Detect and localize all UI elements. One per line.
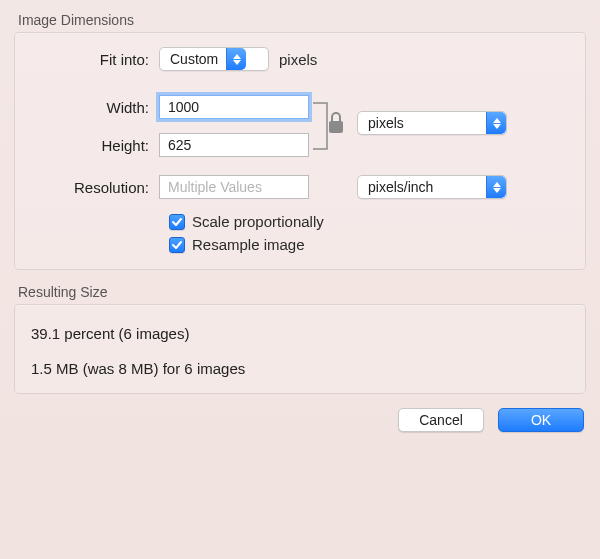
- fit-into-label: Fit into:: [29, 51, 159, 68]
- section-title-image-dimensions: Image Dimensions: [18, 12, 586, 28]
- height-label: Height:: [29, 137, 159, 154]
- aspect-lock[interactable]: [309, 93, 351, 157]
- dialog-footer: Cancel OK: [14, 394, 586, 432]
- size-unit-popup[interactable]: pixels: [357, 111, 507, 135]
- fit-into-selected: Custom: [160, 51, 226, 67]
- fit-into-popup[interactable]: Custom: [159, 47, 269, 71]
- height-input[interactable]: [159, 133, 309, 157]
- chevrons-icon: [486, 112, 506, 134]
- check-icon: [172, 240, 182, 250]
- size-unit-selected: pixels: [358, 115, 486, 131]
- width-height-block: Width: Height: pixe: [29, 93, 571, 169]
- resolution-input[interactable]: [159, 175, 309, 199]
- resulting-size-line: 1.5 MB (was 8 MB) for 6 images: [31, 360, 571, 377]
- resample-image-row: Resample image: [169, 236, 571, 253]
- resolution-unit-selected: pixels/inch: [358, 179, 486, 195]
- svg-rect-0: [329, 121, 343, 133]
- resample-image-label: Resample image: [192, 236, 305, 253]
- height-row: Height:: [29, 131, 309, 159]
- resolution-unit-popup[interactable]: pixels/inch: [357, 175, 507, 199]
- resulting-size-group: 39.1 percent (6 images) 1.5 MB (was 8 MB…: [14, 304, 586, 394]
- scale-proportionally-label: Scale proportionally: [192, 213, 324, 230]
- width-input[interactable]: [159, 95, 309, 119]
- image-dimensions-group: Fit into: Custom pixels Width: Height:: [14, 32, 586, 270]
- resample-image-checkbox[interactable]: [169, 237, 185, 253]
- fit-into-unit-label: pixels: [279, 51, 317, 68]
- ok-button[interactable]: OK: [498, 408, 584, 432]
- chevrons-icon: [226, 48, 246, 70]
- width-row: Width:: [29, 93, 309, 121]
- scale-proportionally-checkbox[interactable]: [169, 214, 185, 230]
- resolution-row: Resolution: pixels/inch: [29, 173, 571, 201]
- resolution-label: Resolution:: [29, 179, 159, 196]
- check-icon: [172, 217, 182, 227]
- dialog-body: Image Dimensions Fit into: Custom pixels…: [0, 0, 600, 446]
- section-title-resulting-size: Resulting Size: [18, 284, 586, 300]
- cancel-button[interactable]: Cancel: [398, 408, 484, 432]
- resulting-percent-line: 39.1 percent (6 images): [31, 325, 571, 342]
- chevrons-icon: [486, 176, 506, 198]
- fit-into-row: Fit into: Custom pixels: [29, 45, 571, 73]
- width-label: Width:: [29, 99, 159, 116]
- scale-proportionally-row: Scale proportionally: [169, 213, 571, 230]
